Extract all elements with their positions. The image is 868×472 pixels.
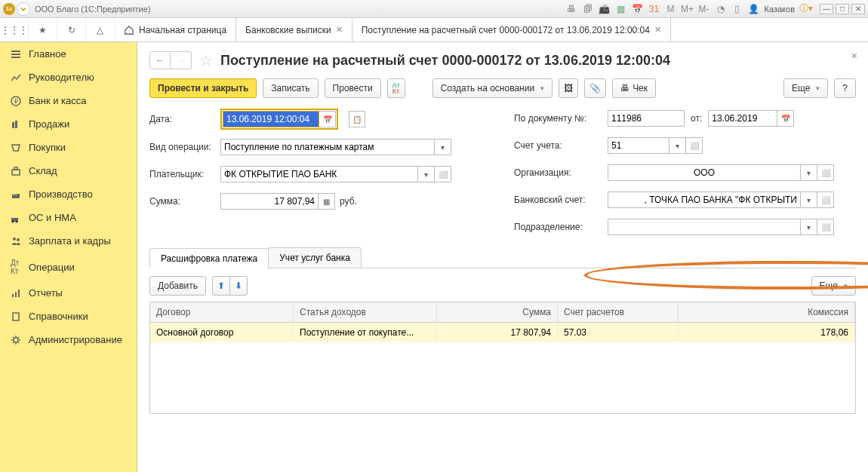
clock-icon[interactable]: ◔ bbox=[715, 3, 727, 15]
post-and-close-button[interactable]: Провести и закрыть bbox=[149, 78, 257, 98]
attach-button[interactable]: 📎 bbox=[584, 78, 606, 98]
tab-bank-statements[interactable]: Банковские выписки ✕ bbox=[236, 18, 352, 41]
org-input[interactable] bbox=[608, 164, 801, 181]
post-button[interactable]: Провести bbox=[325, 78, 381, 98]
sidebar-item-sales[interactable]: Продажи bbox=[0, 112, 137, 136]
column-account[interactable]: Счет расчетов bbox=[558, 302, 679, 322]
dtkt-button[interactable]: АтКт bbox=[387, 78, 405, 98]
create-based-button[interactable]: Создать на основании bbox=[432, 78, 553, 98]
date-icon[interactable]: 31 bbox=[648, 3, 660, 15]
page-title: Поступление на расчетный счет 0000-00017… bbox=[220, 53, 670, 69]
sidebar-item-reports[interactable]: Отчеты bbox=[0, 281, 137, 305]
grid-icon[interactable]: ▦ bbox=[615, 3, 627, 15]
window-maximize[interactable]: □ bbox=[836, 4, 849, 14]
column-income[interactable]: Статья доходов bbox=[294, 302, 437, 322]
sidebar-item-operations[interactable]: ДтКтОперации bbox=[0, 253, 137, 281]
open-icon[interactable]: ⬜ bbox=[817, 164, 834, 181]
nav-back-button[interactable]: ← bbox=[149, 51, 171, 69]
cheque-button[interactable]: 🖶Чек bbox=[612, 78, 656, 98]
open-icon[interactable]: ⬜ bbox=[686, 137, 703, 154]
sidebar-item-production[interactable]: Производство bbox=[0, 182, 137, 206]
sidebar-item-admin[interactable]: Администрирование bbox=[0, 328, 137, 351]
help-button[interactable]: ? bbox=[834, 78, 856, 98]
open-icon[interactable]: ⬜ bbox=[817, 219, 834, 235]
close-icon[interactable]: ✕ bbox=[654, 25, 661, 35]
save-button[interactable]: Записать bbox=[263, 78, 318, 98]
open-icon[interactable]: ⬜ bbox=[435, 166, 451, 182]
svg-point-5 bbox=[12, 220, 14, 222]
calendar-picker-icon[interactable]: 📅 bbox=[319, 111, 336, 127]
info-icon[interactable]: ⓘ▾ bbox=[799, 2, 813, 15]
sidebar-item-assets[interactable]: ОС и НМА bbox=[0, 206, 137, 229]
dropdown-icon[interactable]: ▾ bbox=[801, 192, 817, 208]
payer-input[interactable] bbox=[220, 166, 418, 182]
dropdown-icon[interactable]: ▾ bbox=[669, 137, 686, 154]
favorite-toggle-icon[interactable]: ☆ bbox=[199, 51, 213, 69]
column-commission[interactable]: Комиссия bbox=[679, 302, 855, 322]
sidebar-item-main[interactable]: Главное bbox=[0, 42, 137, 66]
svg-point-6 bbox=[16, 220, 18, 222]
sidebar-item-salary[interactable]: Зарплата и кадры bbox=[0, 229, 137, 253]
sidebar-item-catalogs[interactable]: Справочники bbox=[0, 305, 137, 328]
column-contract[interactable]: Договор bbox=[150, 302, 294, 322]
calendar-icon[interactable]: 📅 bbox=[632, 3, 644, 15]
optype-label: Вид операции: bbox=[149, 142, 220, 152]
calendar-picker-icon[interactable]: 📅 bbox=[777, 110, 794, 127]
nav-forward-button[interactable]: → bbox=[171, 51, 192, 69]
calc-icon[interactable]: ▦ bbox=[319, 193, 335, 210]
sidebar-item-manager[interactable]: Руководителю bbox=[0, 66, 137, 89]
sidebar-item-bank[interactable]: ₽Банк и касса bbox=[0, 89, 137, 112]
sidebar-item-purchases[interactable]: Покупки bbox=[0, 136, 137, 159]
tab-home[interactable]: Начальная страница bbox=[115, 18, 236, 41]
column-sum[interactable]: Сумма bbox=[437, 302, 558, 322]
page-close-icon[interactable]: × bbox=[851, 50, 857, 62]
dropdown-icon[interactable]: ▾ bbox=[801, 164, 817, 181]
tab-payment-details[interactable]: Расшифровка платежа bbox=[149, 248, 269, 268]
link-button[interactable]: 🖾 bbox=[559, 78, 578, 98]
sidebar-item-warehouse[interactable]: Склад bbox=[0, 159, 137, 182]
optype-input[interactable] bbox=[220, 139, 435, 155]
favorite-star-icon[interactable]: ★ bbox=[29, 18, 57, 41]
history-icon[interactable]: ↻ bbox=[57, 18, 86, 41]
refresh-date-icon[interactable]: 📋 bbox=[349, 111, 365, 127]
tab-bank-services[interactable]: Учет услуг банка bbox=[268, 247, 362, 268]
table-more-button[interactable]: Еще bbox=[811, 276, 856, 296]
docnum-input[interactable] bbox=[608, 110, 685, 127]
calc-icon[interactable]: 📠 bbox=[599, 3, 611, 15]
close-icon[interactable]: ✕ bbox=[336, 25, 343, 35]
panel-icon[interactable]: ▯ bbox=[731, 3, 743, 15]
date-input[interactable] bbox=[223, 111, 319, 127]
sum-input[interactable] bbox=[220, 193, 319, 210]
tab-receipt[interactable]: Поступление на расчетный счет 0000-00017… bbox=[352, 18, 671, 41]
from-date-input[interactable] bbox=[708, 110, 777, 127]
svg-rect-2 bbox=[12, 170, 20, 175]
tab-home-label: Начальная страница bbox=[139, 25, 226, 35]
move-up-button[interactable]: ⬆ bbox=[212, 276, 230, 296]
window-close[interactable]: ✕ bbox=[851, 4, 865, 14]
table-row[interactable]: Основной договор Поступление от покупате… bbox=[150, 323, 855, 342]
current-user[interactable]: Казаков bbox=[765, 5, 795, 14]
app-menu-dropdown[interactable] bbox=[17, 2, 30, 16]
dropdown-icon[interactable]: ▾ bbox=[801, 219, 817, 235]
more-button[interactable]: Еще bbox=[783, 78, 828, 98]
mplus-icon[interactable]: M+ bbox=[682, 3, 694, 15]
svg-point-7 bbox=[13, 238, 16, 241]
tool-icon[interactable]: 🗐 bbox=[582, 3, 594, 15]
notifications-icon[interactable]: △ bbox=[86, 18, 115, 41]
m-icon[interactable]: M bbox=[665, 3, 677, 15]
add-row-button[interactable]: Добавить bbox=[149, 276, 206, 296]
bank-input[interactable] bbox=[608, 192, 801, 208]
move-down-button[interactable]: ⬇ bbox=[230, 276, 248, 296]
acct-input[interactable] bbox=[608, 137, 669, 154]
window-minimize[interactable]: — bbox=[820, 4, 833, 14]
dropdown-icon[interactable]: ▾ bbox=[418, 166, 435, 182]
dropdown-icon[interactable]: ▾ bbox=[435, 139, 451, 155]
print-icon[interactable]: 🖶 bbox=[565, 3, 577, 15]
apps-grid-icon[interactable]: ⋮⋮⋮ bbox=[0, 18, 29, 41]
open-icon[interactable]: ⬜ bbox=[817, 192, 834, 208]
docnum-label: По документу №: bbox=[514, 113, 608, 124]
dept-input[interactable] bbox=[608, 219, 801, 235]
cell-sum: 17 807,94 bbox=[437, 323, 558, 342]
mminus-icon[interactable]: M- bbox=[698, 3, 710, 15]
acct-label: Счет учета: bbox=[514, 140, 608, 151]
